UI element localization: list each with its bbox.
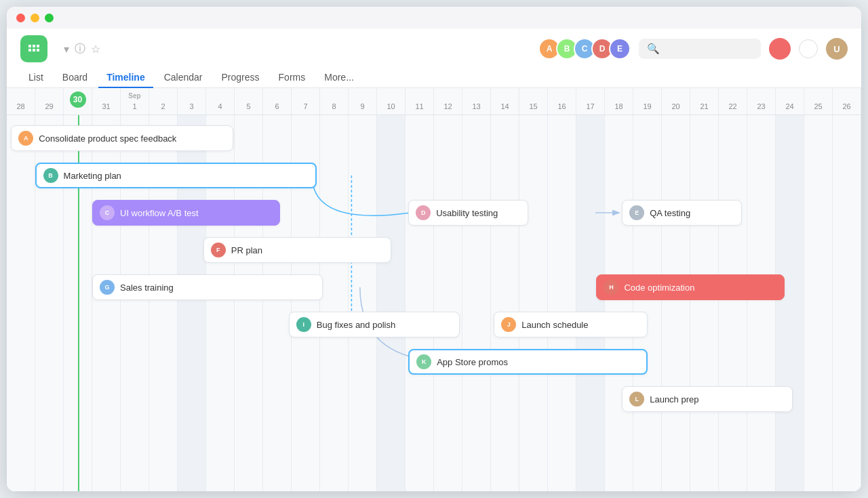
date-cell-9: 9 (349, 88, 377, 115)
search-input[interactable] (665, 43, 753, 54)
date-cell-24: 24 (776, 88, 804, 115)
date-cell-18: 18 (605, 88, 633, 115)
task-avatar-t8: H (604, 280, 618, 295)
task-bar-t4[interactable]: DUsability testing (408, 200, 528, 226)
task-label-t12: Launch prep (650, 394, 698, 404)
user-avatar[interactable]: U (826, 38, 848, 60)
task-bar-t10[interactable]: JLaunch schedule (494, 312, 648, 337)
date-cell-28: 28 (7, 88, 35, 115)
date-cell-3: 3 (178, 88, 206, 115)
tab-board[interactable]: Board (54, 68, 96, 88)
date-cell-7: 7 (292, 88, 320, 115)
maximize-button[interactable] (45, 14, 54, 22)
date-cell-2: 2 (149, 88, 178, 115)
date-cell-17: 17 (576, 88, 605, 115)
task-avatar-t4: D (416, 205, 431, 220)
date-cell-13: 13 (462, 88, 491, 115)
title-icons: ▾ ⓘ ☆ (64, 42, 100, 56)
task-label-t6: PR plan (231, 245, 262, 255)
date-cell-20: 20 (662, 88, 690, 115)
date-cell-8: 8 (320, 88, 349, 115)
task-avatar-t7: G (100, 280, 115, 295)
date-cell-22: 22 (719, 88, 747, 115)
date-cell-30: 30 (64, 88, 92, 115)
timeline-area: 28293031Sep12345678910111213141516171819… (7, 88, 861, 491)
task-bar-t7[interactable]: GSales training (92, 274, 323, 300)
task-avatar-t11: K (416, 354, 431, 369)
task-label-t8: Code optimization (624, 283, 694, 293)
task-bar-t9[interactable]: IBug fixes and polish (289, 312, 460, 337)
date-cell-15: 15 (519, 88, 548, 115)
task-label-t7: Sales training (120, 283, 174, 293)
date-cell-6: 6 (263, 88, 292, 115)
tab-list[interactable]: List (20, 68, 52, 88)
task-bar-t5[interactable]: EQA testing (622, 200, 741, 226)
date-cell-14: 14 (491, 88, 519, 115)
tab-calendar[interactable]: Calendar (156, 68, 211, 88)
task-avatar-t12: L (629, 392, 644, 407)
task-bar-t11[interactable]: KApp Store promos (408, 349, 648, 375)
task-label-t9: Bug fixes and polish (317, 320, 395, 330)
date-cell-31: 31 (92, 88, 121, 115)
task-avatar-t3: C (100, 205, 115, 220)
task-label-t3: UI workflow A/B test (120, 208, 199, 218)
app-header: ▾ ⓘ ☆ A B C D E 🔍 U (7, 28, 861, 88)
task-avatar-t5: E (629, 205, 644, 220)
timeline-header: 28293031Sep12345678910111213141516171819… (7, 88, 861, 115)
date-cell-11: 11 (406, 88, 434, 115)
task-bar-t6[interactable]: FPR plan (203, 237, 391, 263)
date-cell-16: 16 (548, 88, 576, 115)
task-avatar-t9: I (296, 317, 311, 332)
avatar-5: E (609, 38, 631, 60)
timeline-body: AConsolidate product spec feedbackBMarke… (7, 115, 861, 491)
app-logo[interactable] (20, 35, 47, 62)
minimize-button[interactable] (31, 14, 39, 22)
task-avatar-t6: F (211, 243, 226, 257)
nav-tabs: List Board Timeline Calendar Progress Fo… (20, 68, 848, 87)
tab-forms[interactable]: Forms (271, 68, 314, 88)
date-cell-10: 10 (377, 88, 406, 115)
task-bar-t3[interactable]: CUI workflow A/B test (92, 200, 280, 226)
header-left: ▾ ⓘ ☆ (20, 35, 100, 62)
search-box[interactable]: 🔍 (639, 39, 761, 59)
main-window: ▾ ⓘ ☆ A B C D E 🔍 U (7, 7, 861, 491)
date-cell-12: 12 (434, 88, 462, 115)
title-bar (7, 7, 861, 28)
task-avatar-t2: B (43, 168, 58, 183)
date-cell-29: 29 (35, 88, 64, 115)
date-cell-19: 19 (633, 88, 662, 115)
date-cell-21: 21 (690, 88, 719, 115)
team-avatars: A B C D E (538, 38, 631, 60)
task-label-t1: Consolidate product spec feedback (39, 133, 176, 144)
help-button[interactable] (799, 39, 818, 58)
date-cell-23: 23 (747, 88, 776, 115)
tab-progress[interactable]: Progress (214, 68, 268, 88)
date-cell-25: 25 (804, 88, 833, 115)
close-button[interactable] (16, 14, 25, 22)
task-label-t2: Marketing plan (64, 171, 121, 181)
header-right: A B C D E 🔍 U (538, 38, 848, 60)
task-avatar-t1: A (18, 131, 33, 146)
date-cell-1: Sep1 (121, 88, 149, 115)
task-label-t4: Usability testing (436, 208, 498, 218)
task-bar-t2[interactable]: BMarketing plan (35, 163, 317, 188)
add-button[interactable] (769, 38, 791, 60)
tab-more[interactable]: More... (316, 68, 362, 88)
task-label-t5: QA testing (650, 208, 690, 218)
dropdown-icon[interactable]: ▾ (64, 43, 69, 56)
tab-timeline[interactable]: Timeline (98, 68, 153, 88)
task-label-t10: Launch schedule (521, 320, 588, 330)
task-bar-t12[interactable]: LLaunch prep (622, 386, 793, 412)
date-cell-26: 26 (833, 88, 861, 115)
star-icon[interactable]: ☆ (91, 43, 100, 56)
search-icon: 🔍 (647, 43, 660, 55)
task-bar-t8[interactable]: HCode optimization (596, 274, 784, 300)
date-cell-4: 4 (206, 88, 235, 115)
info-icon[interactable]: ⓘ (75, 42, 85, 56)
task-label-t11: App Store promos (437, 357, 508, 367)
task-avatar-t10: J (501, 317, 516, 332)
task-bar-t1[interactable]: AConsolidate product spec feedback (11, 125, 233, 151)
date-cell-5: 5 (235, 88, 263, 115)
